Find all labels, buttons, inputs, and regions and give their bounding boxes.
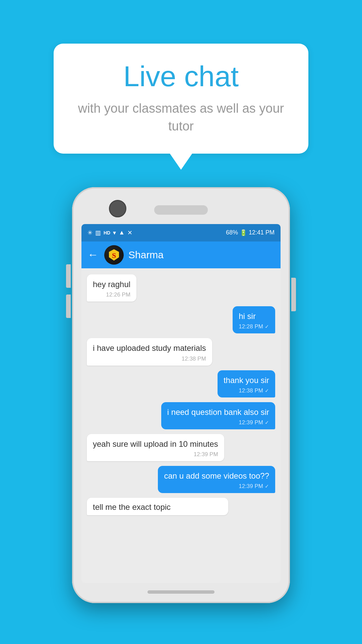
signal-icon: ▥	[95, 229, 101, 236]
superman-logo-icon: S	[107, 248, 121, 262]
back-button[interactable]: ←	[87, 249, 98, 261]
status-bar-right: 68% 🔋 12:41 PM	[226, 229, 275, 236]
contact-name-label: Sharma	[128, 249, 164, 261]
message-received-2: i have uploaded study materials 12:38 PM	[87, 338, 212, 365]
message-time: 12:39 PM	[239, 419, 263, 426]
message-meta: 12:38 PM ✓	[224, 387, 269, 394]
message-meta: 12:39 PM	[93, 451, 218, 458]
status-bar-left: ✳ ▥ HD ▾ ▲ ✕	[87, 229, 132, 236]
message-received-1: hey raghul 12:26 PM	[87, 274, 136, 302]
home-indicator	[147, 590, 215, 594]
hd-label: HD	[104, 230, 110, 235]
power-button	[291, 278, 296, 311]
message-time: 12:38 PM	[239, 387, 263, 394]
bluetooth-icon: ✳	[87, 229, 93, 236]
message-sent-4: can u add some videos too?? 12:39 PM ✓	[158, 466, 275, 493]
message-sent-1: hi sir 12:28 PM ✓	[233, 306, 275, 333]
message-text: can u add some videos too??	[164, 471, 269, 481]
phone-body: ✳ ▥ HD ▾ ▲ ✕ 68% 🔋 12:41 PM ←	[72, 187, 290, 603]
message-received-partial: tell me the exact topic	[87, 498, 228, 515]
message-text: hey raghul	[93, 279, 130, 289]
speech-bubble-card: Live chat with your classmates as well a…	[54, 44, 308, 154]
x-icon: ✕	[127, 229, 132, 236]
message-meta: 12:39 PM ✓	[167, 419, 269, 426]
phone-mockup: ✳ ▥ HD ▾ ▲ ✕ 68% 🔋 12:41 PM ←	[72, 187, 290, 603]
message-text: yeah sure will upload in 10 minutes	[93, 439, 218, 449]
message-time: 12:26 PM	[106, 291, 130, 298]
svg-text:S: S	[112, 251, 116, 260]
message-text-partial: tell me the exact topic	[93, 502, 222, 512]
message-text: i need question bank also sir	[167, 407, 269, 417]
message-text: i have uploaded study materials	[93, 343, 206, 353]
bubble-subtitle: with your classmates as well as your tut…	[77, 100, 285, 135]
message-text: hi sir	[239, 311, 269, 321]
wifi-icon: ▾	[113, 229, 116, 236]
battery-icon: 🔋	[240, 229, 247, 236]
message-text: thank you sir	[224, 375, 269, 385]
battery-percent: 68%	[226, 229, 238, 236]
network-icon: ▲	[119, 229, 125, 236]
message-sent-3: i need question bank also sir 12:39 PM ✓	[161, 402, 275, 429]
phone-screen: ✳ ▥ HD ▾ ▲ ✕ 68% 🔋 12:41 PM ←	[81, 224, 281, 583]
read-receipt-icon: ✓	[265, 324, 269, 330]
message-meta: 12:26 PM	[93, 291, 130, 298]
volume-up-button	[66, 264, 71, 288]
clock: 12:41 PM	[249, 229, 275, 236]
message-sent-2: thank you sir 12:38 PM ✓	[218, 370, 275, 397]
read-receipt-icon: ✓	[265, 388, 269, 394]
message-received-3: yeah sure will upload in 10 minutes 12:3…	[87, 434, 224, 461]
contact-avatar: S	[104, 245, 124, 265]
message-time: 12:28 PM	[239, 323, 263, 330]
speaker-grill	[154, 205, 208, 215]
chat-messages-area[interactable]: hey raghul 12:26 PM hi sir 12:28 PM ✓ i …	[81, 268, 281, 521]
read-receipt-icon: ✓	[265, 420, 269, 426]
message-meta: 12:38 PM	[93, 356, 206, 362]
bubble-title: Live chat	[77, 60, 285, 92]
front-camera	[109, 200, 126, 217]
message-meta: 12:28 PM ✓	[239, 323, 269, 330]
status-bar: ✳ ▥ HD ▾ ▲ ✕ 68% 🔋 12:41 PM	[81, 224, 281, 241]
volume-down-button	[66, 294, 71, 318]
message-time: 12:39 PM	[194, 451, 218, 458]
app-top-bar: ← S Sharma	[81, 241, 281, 268]
message-time: 12:38 PM	[182, 356, 206, 362]
read-receipt-icon: ✓	[265, 483, 269, 489]
message-meta: 12:39 PM ✓	[164, 483, 269, 490]
message-time: 12:39 PM	[239, 483, 263, 490]
